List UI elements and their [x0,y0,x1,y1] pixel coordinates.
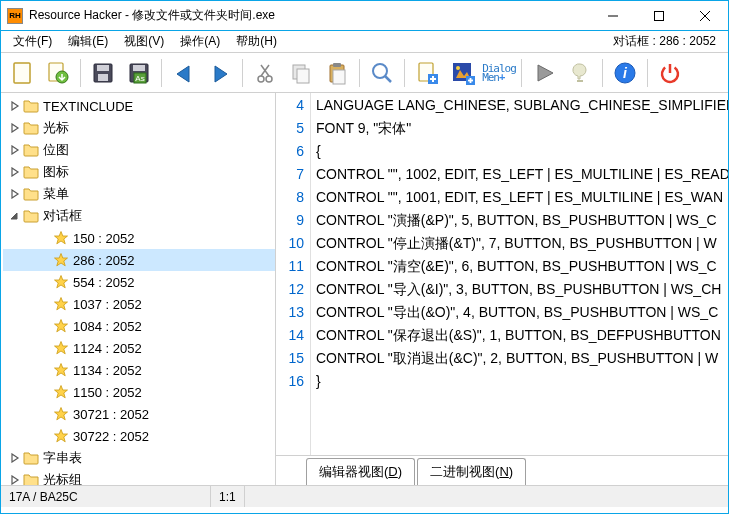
hint-button[interactable] [563,56,597,90]
save-button[interactable] [86,56,120,90]
menu-file[interactable]: 文件(F) [5,31,60,52]
redo-button[interactable] [203,56,237,90]
tree-label: 图标 [42,163,69,181]
save-as-button[interactable]: As [122,56,156,90]
tab-editor-view[interactable]: 编辑器视图(D) [306,458,415,485]
svg-rect-4 [14,63,30,83]
expander-icon[interactable] [37,384,53,400]
tree-label: 1134 : 2052 [72,363,142,378]
expander-icon[interactable] [37,252,53,268]
tree-node[interactable]: 菜单 [3,183,275,205]
expander-icon[interactable] [37,230,53,246]
svg-rect-11 [133,65,145,71]
tree-label: 位图 [42,141,69,159]
tree-node[interactable]: 位图 [3,139,275,161]
cursor-position-label: 对话框 : 286 : 2052 [605,31,724,52]
svg-rect-9 [98,74,108,81]
play-button[interactable] [527,56,561,90]
expander-icon[interactable] [7,208,23,224]
star-icon [53,230,69,246]
open-file-button[interactable] [41,56,75,90]
code-content[interactable]: LANGUAGE LANG_CHINESE, SUBLANG_CHINESE_S… [311,93,728,455]
minimize-button[interactable] [590,1,636,30]
expander-icon[interactable] [7,164,23,180]
svg-rect-21 [333,63,341,67]
tree-node[interactable]: 1037 : 2052 [3,293,275,315]
expander-icon[interactable] [7,186,23,202]
tree-label: 字串表 [42,449,82,467]
undo-button[interactable] [167,56,201,90]
svg-marker-44 [55,298,68,310]
dialog-button[interactable]: DialogMen+ [482,56,516,90]
tree-label: 菜单 [42,185,69,203]
expander-icon[interactable] [37,296,53,312]
star-icon [53,406,69,422]
expander-icon[interactable] [7,142,23,158]
svg-point-15 [266,76,272,82]
expander-icon[interactable] [37,318,53,334]
tree-node[interactable]: TEXTINCLUDE [3,95,275,117]
code-editor[interactable]: 45678910111213141516 LANGUAGE LANG_CHINE… [276,93,728,455]
svg-marker-47 [55,364,68,376]
svg-marker-35 [538,65,553,81]
tree-node[interactable]: 光标组 [3,469,275,485]
svg-text:As: As [135,74,144,83]
tree-node[interactable]: 字串表 [3,447,275,469]
tree-node[interactable]: 1150 : 2052 [3,381,275,403]
add-image-button[interactable] [446,56,480,90]
tree-node[interactable]: 1124 : 2052 [3,337,275,359]
expander-icon[interactable] [37,340,53,356]
expander-icon[interactable] [7,98,23,114]
expander-icon[interactable] [7,450,23,466]
tree-node[interactable]: 图标 [3,161,275,183]
svg-point-23 [373,64,387,78]
tree-label: 对话框 [42,207,82,225]
svg-rect-1 [655,11,664,20]
status-bar: 17A / BA25C 1:1 [1,485,728,507]
tree-node[interactable]: 对话框 [3,205,275,227]
expander-icon[interactable] [37,406,53,422]
menu-view[interactable]: 视图(V) [116,31,172,52]
cut-button[interactable] [248,56,282,90]
power-button[interactable] [653,56,687,90]
paste-button[interactable] [320,56,354,90]
expander-icon[interactable] [37,428,53,444]
expander-icon[interactable] [37,362,53,378]
close-button[interactable] [682,1,728,30]
search-button[interactable] [365,56,399,90]
add-resource-button[interactable] [410,56,444,90]
star-icon [53,340,69,356]
tree-node[interactable]: 554 : 2052 [3,271,275,293]
tree-node[interactable]: 286 : 2052 [3,249,275,271]
tree-node[interactable]: 1134 : 2052 [3,359,275,381]
tree-label: TEXTINCLUDE [42,99,133,114]
svg-marker-46 [55,342,68,354]
tree-node[interactable]: 30721 : 2052 [3,403,275,425]
new-file-button[interactable] [5,56,39,90]
folder-icon [23,472,39,485]
menu-action[interactable]: 操作(A) [172,31,228,52]
expander-icon[interactable] [7,472,23,485]
expander-icon[interactable] [7,120,23,136]
tree-node[interactable]: 1084 : 2052 [3,315,275,337]
toolbar: As DialogMen+ i [1,53,728,93]
star-icon [53,428,69,444]
maximize-button[interactable] [636,1,682,30]
info-button[interactable]: i [608,56,642,90]
tree-node[interactable]: 150 : 2052 [3,227,275,249]
folder-icon [23,450,39,466]
resource-tree[interactable]: TEXTINCLUDE光标位图图标菜单对话框150 : 2052286 : 20… [1,93,276,485]
svg-point-14 [258,76,264,82]
tree-label: 554 : 2052 [72,275,134,290]
expander-icon[interactable] [37,274,53,290]
svg-rect-19 [297,69,309,83]
menu-help[interactable]: 帮助(H) [228,31,285,52]
star-icon [53,274,69,290]
folder-icon [23,208,39,224]
tree-node[interactable]: 光标 [3,117,275,139]
tree-node[interactable]: 30722 : 2052 [3,425,275,447]
menu-edit[interactable]: 编辑(E) [60,31,116,52]
tree-label: 光标 [42,119,69,137]
copy-button[interactable] [284,56,318,90]
tab-binary-view[interactable]: 二进制视图(N) [417,458,526,485]
